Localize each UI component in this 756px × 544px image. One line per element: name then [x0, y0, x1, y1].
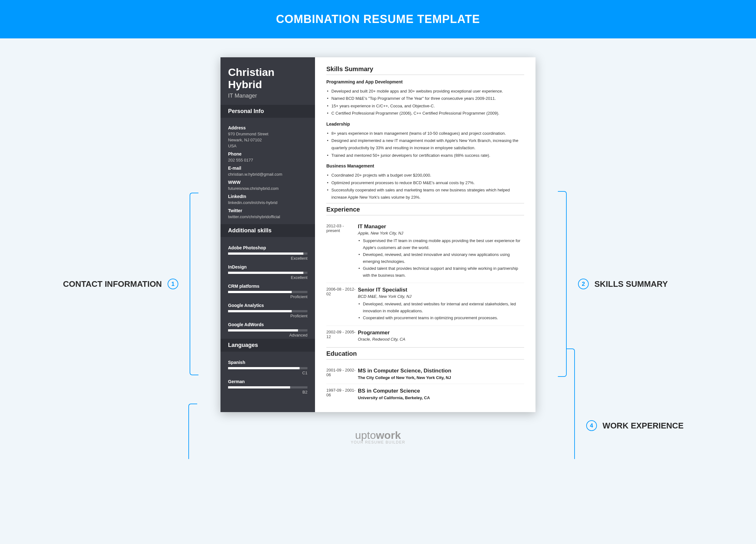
- experience-bullet: Cooperated with procurement teams in opt…: [358, 314, 524, 321]
- main-area: CONTACT INFORMATION 1 ADDITIONAL SKILLS …: [0, 38, 756, 421]
- skill-level: Proficient: [228, 294, 307, 299]
- twitter-label: Twitter: [228, 208, 307, 213]
- footer-brand-part2: work: [376, 429, 401, 441]
- experience-title: Senior IT Specialist: [358, 287, 524, 293]
- summary-group-title: Programming and App Development: [326, 79, 524, 84]
- summary-bullet: Optimized procurement processes to reduc…: [326, 179, 524, 186]
- education-school: The City College of New York, New York C…: [358, 375, 524, 380]
- experience-row: 2006-08 - 2012-02 Senior IT Specialist B…: [326, 283, 524, 325]
- education-row: 2001-09 - 2002-06 MS in Computer Science…: [326, 364, 524, 384]
- experience-bullet: Guided talent that provides technical su…: [358, 265, 524, 279]
- www-value: futureisnow.chrishybrid.com: [228, 186, 307, 191]
- skill-name: InDesign: [228, 265, 307, 270]
- personal-info-heading: Personal Info: [221, 105, 315, 118]
- skill-level: Proficient: [228, 313, 307, 318]
- skill-level: Advanced: [228, 333, 307, 337]
- language-bar: [228, 367, 307, 369]
- skill-bar: [228, 329, 307, 331]
- skill-row: Google Analytics Proficient: [228, 303, 307, 318]
- experience-company: BCD M&E, New York City, NJ: [358, 294, 524, 299]
- email-value: christian.w.hybrid@gmail.com: [228, 172, 307, 177]
- experience-bullet: Developed, reviewed, and tested innovati…: [358, 251, 524, 265]
- experience-bullet: Developed, reviewed, and tested websites…: [358, 300, 524, 314]
- summary-group-title: Leadership: [326, 122, 524, 127]
- languages-block: Spanish C1German B2: [221, 352, 315, 396]
- summary-bullet: 15+ years experience in C/C++, Cocoa, an…: [326, 102, 524, 110]
- annotation-skillsum-label: SKILLS SUMMARY: [594, 279, 668, 289]
- annotation-badge-4: 4: [586, 420, 597, 431]
- resume-sidebar: Christian Hybrid IT Manager Personal Inf…: [221, 57, 315, 412]
- experience-heading: Experience: [326, 203, 524, 215]
- skill-row: InDesign Excellent: [228, 265, 307, 280]
- summary-bullet: Named BCD M&E's "Top Programmer of The Y…: [326, 95, 524, 102]
- footer-brand-part1: upto: [355, 429, 376, 441]
- language-name: Spanish: [228, 360, 307, 365]
- additional-skills-block: Adobe Photoshop ExcellentInDesign Excell…: [221, 237, 315, 339]
- email-label: E-mail: [228, 166, 307, 171]
- skill-name: CRM platforms: [228, 283, 307, 289]
- experience-title: Programmer: [358, 329, 524, 336]
- skill-level: Excellent: [228, 256, 307, 261]
- education-heading: Education: [326, 347, 524, 359]
- language-row: Spanish C1: [228, 360, 307, 375]
- summary-bullet: Coordinated 20+ projects with a budget o…: [326, 172, 524, 179]
- summary-bullet: Developed and built 20+ mobile apps and …: [326, 88, 524, 95]
- education-school: University of California, Berkeley, CA: [358, 395, 524, 400]
- summary-bullet: 8+ years experience in team management (…: [326, 130, 524, 137]
- skills-summary-heading: Skills Summary: [326, 66, 524, 75]
- annotation-work-experience: WORK EXPERIENCE 4: [566, 348, 684, 459]
- skill-name: Adobe Photoshop: [228, 245, 307, 250]
- experience-row: 2002-09 - 2005-12 Programmer Oracle, Red…: [326, 326, 524, 345]
- language-row: German B2: [228, 379, 307, 394]
- language-name: German: [228, 379, 307, 384]
- education-body: BS in Computer Science University of Cal…: [358, 388, 524, 400]
- language-bar: [228, 386, 307, 388]
- experience-date: 2002-09 - 2005-12: [326, 329, 358, 341]
- education-body: MS in Computer Science, Distinction The …: [358, 368, 524, 380]
- summary-bullets: 8+ years experience in team management (…: [326, 130, 524, 159]
- bracket-icon: [190, 193, 198, 375]
- summary-group-title: Business Management: [326, 163, 524, 169]
- phone-label: Phone: [228, 152, 307, 157]
- annotation-badge-2: 2: [578, 278, 589, 289]
- experience-title: IT Manager: [358, 224, 524, 230]
- experience-body: Senior IT Specialist BCD M&E, New York C…: [358, 287, 524, 321]
- skill-bar: [228, 253, 307, 255]
- bracket-icon: [188, 404, 197, 459]
- annotation-contact-label: CONTACT INFORMATION: [63, 279, 162, 289]
- skill-row: CRM platforms Proficient: [228, 283, 307, 299]
- summary-bullet: Successfully cooperated with sales and m…: [326, 186, 524, 201]
- twitter-value: twitter.com/chrishybridofficial: [228, 215, 307, 219]
- education-title: MS in Computer Science, Distinction: [358, 368, 524, 374]
- summary-bullet: Designed and implemented a new IT manage…: [326, 137, 524, 152]
- experience-bullet: Suppervised the IT team in creating mobi…: [358, 238, 524, 251]
- summary-bullets: Developed and built 20+ mobile apps and …: [326, 88, 524, 117]
- skill-bar: [228, 272, 307, 274]
- summary-bullet: Trained and mentored 50+ junior develope…: [326, 152, 524, 159]
- language-level: C1: [228, 370, 307, 375]
- skill-bar: [228, 310, 307, 312]
- skill-name: Google Analytics: [228, 303, 307, 308]
- personal-info-block: Address 970 Drummond Street Newark, NJ 0…: [221, 118, 315, 224]
- experience-body: IT Manager Apple, New York City, NJSuppe…: [358, 224, 524, 279]
- address-label: Address: [228, 125, 307, 130]
- bracket-icon: [566, 348, 575, 459]
- annotation-badge-1: 1: [168, 278, 178, 289]
- summary-bullets: Coordinated 20+ projects with a budget o…: [326, 172, 524, 201]
- candidate-title: IT Manager: [221, 93, 315, 105]
- page-title: COMBINATION RESUME TEMPLATE: [0, 13, 756, 26]
- experience-date: 2012-03 - present: [326, 224, 358, 279]
- experience-bullets: Developed, reviewed, and tested websites…: [358, 300, 524, 321]
- annotation-contact: CONTACT INFORMATION 1: [63, 193, 198, 375]
- experience-bullets: Suppervised the IT team in creating mobi…: [358, 238, 524, 279]
- language-level: B2: [228, 390, 307, 394]
- additional-skills-heading: Additional skills: [221, 224, 315, 237]
- linkedin-label: LinkedIn: [228, 194, 307, 199]
- education-date: 2001-09 - 2002-06: [326, 368, 358, 380]
- resume-content: Skills Summary Programming and App Devel…: [315, 57, 535, 412]
- skill-bar: [228, 291, 307, 293]
- summary-bullet: C Certified Professional Programmer (200…: [326, 110, 524, 117]
- skill-row: Adobe Photoshop Excellent: [228, 245, 307, 261]
- education-title: BS in Computer Science: [358, 388, 524, 394]
- page-header: COMBINATION RESUME TEMPLATE: [0, 0, 756, 38]
